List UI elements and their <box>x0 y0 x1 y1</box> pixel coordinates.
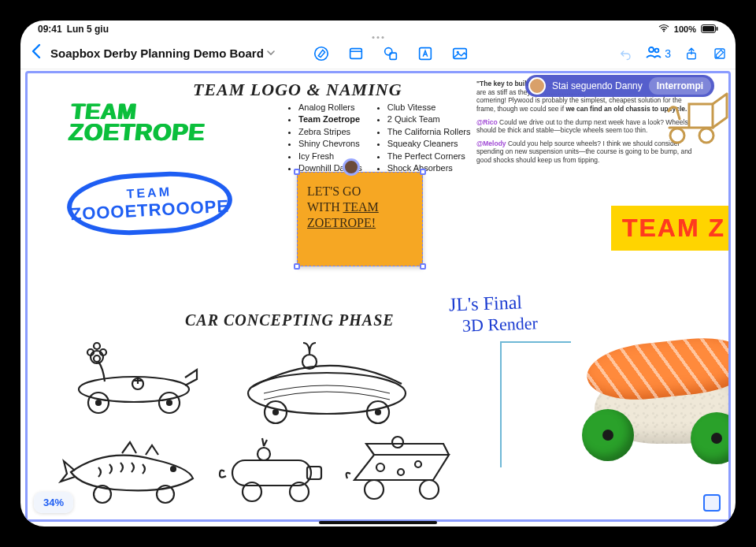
svg-point-33 <box>376 410 380 415</box>
selection-handle[interactable] <box>420 169 426 175</box>
minimap-button[interactable] <box>703 494 721 512</box>
ipad-frame: 09:41 Lun 5 giu 100% Soapbox Derby Plann… <box>8 8 748 539</box>
car-sketch-cheese[interactable] <box>343 433 461 504</box>
status-date: Lun 5 giu <box>67 24 109 35</box>
car-sketch-flower[interactable] <box>59 346 201 417</box>
logo-green-line2: ZOETROPE <box>68 121 206 143</box>
handwriting-jl-line2: 3D Render <box>462 313 539 336</box>
sushi-wheel <box>582 409 634 461</box>
chevron-down-icon <box>267 49 275 58</box>
name-option: Shiny Chevrons <box>298 138 362 150</box>
section-heading-logo: TEAM LOGO & NAMING <box>193 80 402 100</box>
handwriting-jl-line1: JL's Final <box>449 292 523 314</box>
follow-label: Stai seguendo Danny <box>552 80 643 91</box>
logo-green-wordmark[interactable]: TEAM ZOETROPE <box>68 102 209 143</box>
svg-rect-3 <box>717 27 718 31</box>
name-option: Squeaky Cleaners <box>387 138 471 150</box>
sticky-line1: LET'S GO <box>307 184 361 198</box>
name-option: The California Rollers <box>387 126 471 138</box>
home-indicator[interactable] <box>319 521 437 524</box>
svg-point-45 <box>415 461 421 467</box>
sushi-wheel <box>691 412 731 464</box>
share-icon[interactable] <box>684 46 699 61</box>
follow-avatar <box>528 77 546 95</box>
name-option: The Perfect Corners <box>387 151 471 162</box>
sushi-3d-render[interactable] <box>555 318 731 467</box>
name-option: Club Vitesse <box>387 102 471 113</box>
svg-point-0 <box>663 31 665 32</box>
selection-handle[interactable] <box>294 169 300 175</box>
screen: 09:41 Lun 5 giu 100% Soapbox Derby Plann… <box>20 20 736 527</box>
app-toolbar: Soapbox Derby Planning Demo Board <box>20 38 736 69</box>
svg-point-21 <box>96 400 101 405</box>
name-options-list[interactable]: Analog RollersTeam ZoetropeZebra Stripes… <box>287 102 470 174</box>
svg-point-42 <box>258 448 270 460</box>
status-bar: 09:41 Lun 5 giu 100% <box>20 20 736 38</box>
zoom-level-badge[interactable]: 34% <box>34 492 73 513</box>
car-sketch-sushi[interactable] <box>224 338 421 425</box>
svg-point-26 <box>94 343 100 349</box>
name-option: Analog Rollers <box>298 102 362 113</box>
svg-point-29 <box>248 373 406 414</box>
board-title-dropdown[interactable]: Soapbox Derby Planning Demo Board <box>50 47 275 60</box>
svg-rect-5 <box>350 48 362 58</box>
svg-point-13 <box>655 49 659 53</box>
collaborator-cursor-avatar <box>343 158 360 176</box>
svg-point-44 <box>398 469 404 475</box>
svg-point-32 <box>273 410 278 415</box>
selection-handle[interactable] <box>420 263 426 270</box>
sticky-underline: TEAM <box>343 200 378 214</box>
cart-sketch[interactable] <box>658 92 731 147</box>
name-option: 2 Quick Team <box>387 113 471 125</box>
wifi-icon <box>658 24 669 34</box>
svg-point-22 <box>167 400 172 405</box>
text-tool-icon[interactable] <box>417 45 434 62</box>
board-canvas[interactable]: Stai seguendo Danny Interrompi TEAM LOGO… <box>28 73 728 519</box>
svg-point-35 <box>171 467 176 471</box>
selection-handle[interactable] <box>294 263 300 270</box>
board-title-label: Soapbox Derby Planning Demo Board <box>50 47 264 60</box>
following-banner: Stai seguendo Danny Interrompi <box>525 75 714 97</box>
name-option: Team Zoetrope <box>298 113 362 125</box>
image-tool-icon[interactable] <box>451 45 469 62</box>
svg-point-7 <box>385 47 392 54</box>
undo-icon[interactable] <box>617 46 633 61</box>
car-sketches-group[interactable] <box>59 338 429 512</box>
pen-tool-icon[interactable] <box>313 45 330 62</box>
svg-point-43 <box>376 463 384 471</box>
compose-icon[interactable] <box>712 46 728 61</box>
sticky-line2: WITH <box>307 200 343 214</box>
center-tools <box>313 45 469 62</box>
svg-point-27 <box>94 355 100 362</box>
svg-rect-2 <box>702 26 714 32</box>
svg-point-48 <box>392 437 403 448</box>
canvas-viewport[interactable]: Stai seguendo Danny Interrompi TEAM LOGO… <box>25 71 731 522</box>
svg-point-47 <box>420 480 439 499</box>
logo-tire[interactable]: TEAM ZOOOETROOOPE <box>65 169 234 239</box>
tire-line2: ZOOOETROOOPE <box>70 196 230 225</box>
battery-icon <box>701 24 718 35</box>
name-option: Zebra Stripes <box>298 126 362 138</box>
battery-percent: 100% <box>674 24 696 34</box>
svg-point-46 <box>365 480 384 499</box>
names-column-2: Club Vitesse2 Quick TeamThe California R… <box>376 102 471 174</box>
right-tools: 3 <box>617 46 728 61</box>
svg-rect-39 <box>307 467 321 479</box>
back-button[interactable] <box>28 44 44 62</box>
collab-count: 3 <box>665 47 671 60</box>
svg-point-4 <box>315 47 328 60</box>
car-sketch-bottle[interactable] <box>217 437 335 504</box>
collaboration-button[interactable]: 3 <box>646 46 671 61</box>
svg-point-16 <box>670 128 684 143</box>
sticky-line3: ZOETROPE! <box>307 216 376 229</box>
sticky-tool-icon[interactable] <box>347 45 365 62</box>
svg-point-12 <box>649 47 654 52</box>
car-sketch-fish[interactable] <box>59 433 209 504</box>
section-heading-car: CAR CONCEPTING PHASE <box>185 311 395 329</box>
shape-tool-icon[interactable] <box>382 45 399 62</box>
multitask-dots-icon[interactable] <box>372 36 384 39</box>
sticky-note[interactable]: LET'S GO WITH TEAM ZOETROPE! <box>297 172 423 266</box>
status-time: 09:41 <box>38 24 62 35</box>
logo-teamz-yellow[interactable]: TEAM Z <box>611 206 731 251</box>
stop-following-button[interactable]: Interrompi <box>649 77 711 95</box>
